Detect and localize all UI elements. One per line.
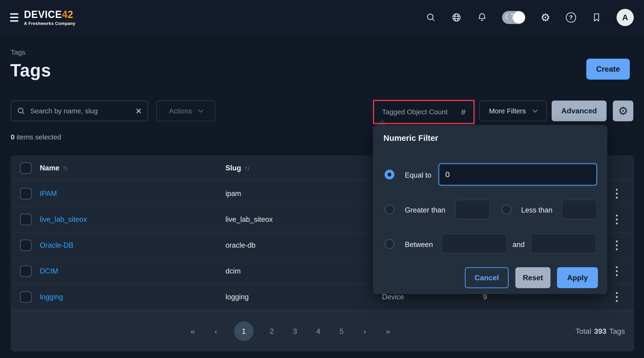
sort-icon[interactable]: ↑↓: [62, 164, 68, 172]
numeric-hash-icon: #: [461, 108, 466, 117]
row-checkbox[interactable]: [20, 265, 32, 277]
tag-name-link[interactable]: Oracle-DB: [40, 241, 74, 249]
table-footer: « ‹ 1 2 3 4 5 › » Total393Tags: [11, 310, 634, 351]
pagination-next-button[interactable]: ›: [360, 327, 370, 336]
pagination-page-5[interactable]: 5: [336, 327, 347, 336]
popup-title: Numeric Filter: [384, 133, 438, 143]
tag-slug: dcim: [226, 267, 240, 275]
total-count-value: 393: [594, 327, 606, 336]
tag-name-link[interactable]: logging: [40, 293, 63, 301]
gear-icon[interactable]: ⚙: [540, 12, 551, 23]
reset-button[interactable]: Reset: [515, 267, 550, 288]
tag-slug: ipam: [226, 189, 241, 198]
select-all-checkbox[interactable]: [20, 162, 32, 174]
cancel-button[interactable]: Cancel: [465, 267, 508, 288]
greater-than-input[interactable]: [455, 200, 490, 219]
row-checkbox[interactable]: [20, 188, 32, 199]
less-than-label: Less than: [521, 206, 552, 214]
tag-slug: oracle-db: [226, 241, 256, 249]
bookmark-icon[interactable]: [591, 12, 602, 23]
apply-button[interactable]: Apply: [557, 267, 598, 288]
row-actions-kebab-icon[interactable]: [614, 239, 619, 252]
navbar-actions: ☾ ✦ ✦ ⚙ ? A: [425, 9, 644, 26]
row-actions-kebab-icon[interactable]: [614, 265, 619, 277]
greater-than-radio[interactable]: [384, 205, 394, 214]
selection-summary: 0 items selected: [11, 133, 61, 141]
actions-label: Actions: [169, 107, 192, 115]
equal-to-radio[interactable]: [384, 170, 394, 179]
theme-toggle[interactable]: ☾ ✦ ✦: [502, 11, 525, 24]
globe-icon[interactable]: [451, 12, 462, 23]
between-radio[interactable]: [384, 239, 394, 249]
less-than-input[interactable]: [562, 200, 597, 219]
selection-text: items selected: [15, 133, 61, 141]
create-button[interactable]: Create: [586, 59, 630, 80]
breadcrumb[interactable]: Tags: [11, 49, 25, 56]
actions-dropdown[interactable]: Actions: [156, 101, 215, 121]
tag-name-link[interactable]: IPAM: [40, 189, 57, 198]
column-header-slug[interactable]: Slug↑↓: [226, 164, 249, 172]
and-label: and: [512, 240, 525, 249]
avatar[interactable]: A: [616, 9, 634, 26]
row-actions-kebab-icon[interactable]: [614, 291, 619, 303]
tag-name-link[interactable]: live_lab_siteox: [40, 215, 87, 223]
tagged-object-count-filter-button[interactable]: Tagged Object Count #: [374, 102, 473, 122]
between-label: Between: [405, 240, 433, 249]
row-checkbox[interactable]: [20, 214, 32, 225]
search-icon: [17, 107, 26, 115]
sort-icon[interactable]: ↑↓: [244, 164, 249, 172]
menu-icon[interactable]: [10, 13, 18, 22]
more-filters-dropdown[interactable]: More Filters: [479, 101, 547, 121]
selection-count: 0: [11, 133, 15, 141]
greater-than-label: Greater than: [405, 206, 445, 214]
row-actions-kebab-icon[interactable]: [614, 213, 619, 226]
pagination-page-1[interactable]: 1: [234, 321, 254, 341]
help-icon[interactable]: ?: [565, 12, 576, 23]
tagged-filter-label: Tagged Object Count: [382, 108, 448, 116]
search-icon[interactable]: [425, 12, 436, 23]
gear-icon: ⚙: [618, 105, 628, 117]
pagination: « ‹ 1 2 3 4 5 › »: [188, 311, 393, 351]
advanced-button[interactable]: Advanced: [552, 101, 606, 121]
row-actions-kebab-icon[interactable]: [614, 187, 619, 200]
chevron-down-icon: [532, 107, 538, 113]
pagination-prev-button[interactable]: ‹: [211, 327, 221, 336]
table-settings-button[interactable]: ⚙: [613, 101, 633, 121]
tag-name-link[interactable]: DCIM: [40, 267, 58, 275]
equal-to-input[interactable]: [438, 163, 597, 186]
bell-icon[interactable]: [476, 12, 488, 23]
chevron-down-icon: [198, 107, 203, 113]
less-than-radio[interactable]: [502, 205, 512, 214]
pagination-page-2[interactable]: 2: [267, 327, 277, 336]
brand-wordmark: DEVICE42: [24, 9, 73, 20]
clear-search-icon[interactable]: ✕: [136, 107, 142, 115]
row-checkbox[interactable]: [20, 291, 32, 303]
search-input[interactable]: [30, 107, 131, 115]
pagination-first-button[interactable]: «: [188, 327, 198, 336]
pagination-page-4[interactable]: 4: [313, 327, 324, 336]
tag-slug: logging: [226, 293, 249, 301]
tag-slug: live_lab_siteox: [226, 215, 273, 223]
row-checkbox[interactable]: [20, 239, 32, 251]
top-navbar: DEVICE42 A Freshworks Company ☾ ✦ ✦ ⚙ ? …: [0, 0, 644, 35]
brand-logo[interactable]: DEVICE42 A Freshworks Company: [24, 9, 76, 26]
equal-to-label: Equal to: [405, 171, 431, 179]
column-header-name[interactable]: Name↑↓: [40, 164, 68, 172]
more-filters-label: More Filters: [489, 107, 526, 115]
page-title: Tags: [10, 60, 51, 80]
numeric-filter-popup: Numeric Filter Equal to Greater than Les…: [373, 125, 607, 294]
total-count-label: Total393Tags: [575, 311, 630, 351]
brand-subtitle: A Freshworks Company: [24, 21, 76, 26]
pagination-last-button[interactable]: »: [383, 327, 393, 336]
toggle-knob: [513, 12, 525, 24]
between-to-input[interactable]: [531, 234, 596, 253]
search-input-wrapper: ✕: [11, 101, 148, 121]
pagination-page-3[interactable]: 3: [290, 327, 300, 336]
between-from-input[interactable]: [442, 234, 507, 253]
